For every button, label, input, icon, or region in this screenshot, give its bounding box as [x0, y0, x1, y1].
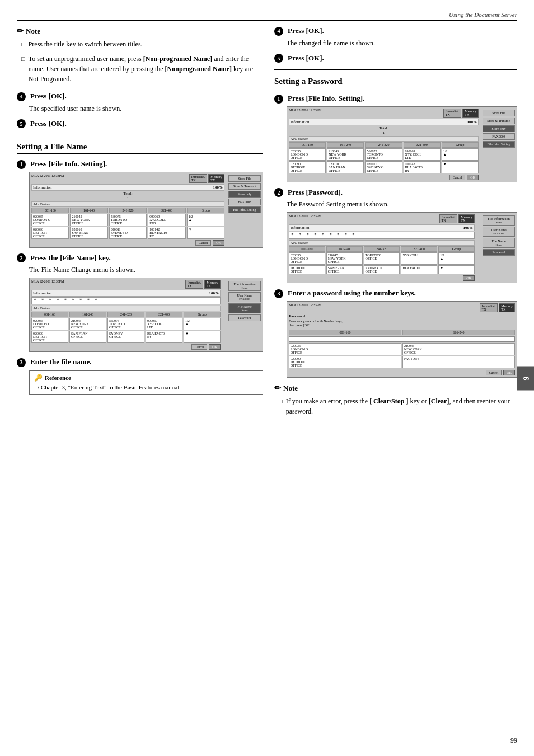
sc-fn-row1: 020035LONDON OOFFICE 210045NEW YORKOFFIC… [31, 318, 221, 330]
sc-cancel-btn-1[interactable]: Cancel [195, 240, 212, 246]
pw-left-area: 001-160 161-240 020035LONDON OOFFICE 210… [289, 330, 515, 369]
sc-fn-r2c3: SYDNEYOFFICE [107, 331, 144, 343]
sc-ok-r1[interactable]: OK [467, 175, 479, 180]
ref-title: 🔑 Reference [34, 374, 258, 382]
sc-col-1: 001-160 [31, 208, 69, 213]
asterisk-row-pw: * * * * * * * * * [289, 232, 475, 239]
sc-pwe-r1c2: 210045NEW YORKOFFICE [402, 343, 515, 355]
step5-right-label: 5 Press [OK]. [274, 54, 517, 63]
note-pencil-icon-right: ✏ [274, 383, 281, 393]
sc-ok-pwe[interactable]: OK [503, 370, 515, 375]
right-column: 4 Press [OK]. The changed file name is s… [274, 26, 517, 424]
reference-box: 🔑 Reference ⇒Chapter 3, "Entering Text" … [29, 370, 263, 395]
sc-header-pw: MLA 12-2001 12:33PM Immediat.TX MemoryTX [289, 214, 475, 223]
sc-cancel-fn[interactable]: Cancel [191, 344, 208, 350]
sc-headers-pwe: 001-160 161-240 [289, 330, 515, 335]
sc-ok-btn-1[interactable]: OK [213, 240, 224, 246]
sc-side-panel-1: Store File Store & Transmit Store only F… [228, 175, 261, 213]
sc-user-pw: User NameFAX0003 [483, 227, 515, 237]
step5-left: 5 Press [OK]. [17, 119, 263, 129]
sc-total-r1: Total:1 [289, 126, 479, 135]
page-container: Using the Document Server 6 ✏ Note Press… [0, 0, 534, 756]
sc-col-3: 241-320 [109, 208, 147, 213]
sc-immediat-pw: Immediat.TX [439, 214, 458, 223]
sc-headers-fn: 001-160 161-240 241-320 321-400 Group [31, 312, 221, 317]
sc-mla-label: MLA 12-2001 12:33PM [31, 174, 64, 177]
sc-store-transmit-btn[interactable]: Store & Transmit [228, 183, 261, 190]
sc-cancel-r1[interactable]: Cancel [449, 175, 466, 180]
sc-top-btns-pwe: Immediat.TX MemoryTX [480, 303, 515, 312]
sc-file-info-btn-1[interactable]: File Info. Setting [228, 206, 261, 213]
sc-r2c2: 020010SAN FRANOFFICE [70, 227, 107, 239]
step4-right: 4 Press [OK]. The changed file name is s… [274, 26, 517, 48]
sc-pwe-row1: 020035LONDON OOFFICE 210045NEW YORKOFFIC… [289, 343, 515, 355]
sc-r1-col4: 321-400 [404, 142, 441, 148]
sc-ok-pw[interactable]: OK [463, 275, 475, 281]
sc-pw-btn[interactable]: Password [483, 249, 515, 256]
sc-cancel-pwe[interactable]: Cancel [486, 370, 502, 375]
step1-pw-text: Press [File Info. Setting]. [288, 94, 364, 103]
sc-store-trans-r1[interactable]: Store & Transmit [483, 118, 515, 124]
sc-pw-col3: 241-320 [364, 246, 400, 252]
sc-headers-r1: 001-160 161-240 241-320 321-400 Group [289, 142, 479, 148]
sc-r2c4: 100142BLA FACT0RY [148, 227, 185, 239]
sc-r1-r2c5: ▼ [442, 161, 479, 173]
sc-pwe-col2: 161-240 [402, 330, 515, 335]
section-password: Setting a Password [274, 77, 517, 88]
sc-r1-r2c1: 020090DETROITOFFICE [289, 161, 326, 173]
note-box-right: ✏ Note If you make an error, press the [… [274, 383, 517, 416]
step4-right-text: Press [OK]. [288, 26, 324, 35]
sc-pwe-col1: 001-160 [289, 330, 401, 335]
sc-fi-none: File informationNone [228, 281, 261, 291]
step3-fn-label: 3 Enter the file name. [17, 358, 263, 367]
step3-fn-circle: 3 [17, 358, 26, 367]
sc-fn-r1c3: 560075TORONTOOFFICE [107, 318, 144, 330]
sc-immediat-r1: Immediat.TX [443, 109, 462, 118]
sc-store-file-r1[interactable]: Store File [483, 110, 515, 116]
sc-headers-pw: 001-160 161-240 241-320 321-400 Group [289, 246, 475, 252]
sc-bottom-pwe: Cancel OK [289, 370, 515, 375]
pw-input-field[interactable] [289, 336, 515, 342]
main-content: ✏ Note Press the title key to switch bet… [17, 26, 517, 424]
sc-header-pwe: MLA 12-2001 12:33PM Immediat.TX MemoryTX [289, 303, 515, 312]
step1-file-name-label: 1 Press [File Info. Setting]. [17, 159, 263, 169]
sc-r1-r1c1: 020035LONDON OOFFICE [289, 148, 326, 161]
note-pencil-icon: ✏ [17, 26, 24, 36]
sc-pwe-row2: 020090DETROITOFFICE FACTORY [289, 356, 515, 368]
sc-store-only-btn[interactable]: Store only [228, 191, 261, 198]
sc-pw-col2: 161-240 [326, 246, 363, 252]
step3-file-name: 3 Enter the file name. 🔑 Reference ⇒Chap… [17, 358, 263, 395]
sc-top-btns-r1: Immediat.TX MemoryTX [443, 109, 479, 118]
step2-fn-text: Press the [File Name] key. [30, 253, 111, 262]
sc-header-1: MLA 12-2001 12:33PM Immediat.TX MemoryTX [31, 174, 224, 183]
sc-r1-row2: 020090DETROITOFFICE 020010SAN FRANOFFICE… [289, 161, 479, 173]
sc-fn-r1c4: 090069XYZ COLLLTD [146, 318, 182, 330]
step1-pw-label: 1 Press [File Info. Setting]. [274, 94, 517, 104]
sc-pw-col1: 001-160 [289, 246, 325, 252]
sc-r2c3: 020011SYDNEY OOFFICE [109, 227, 147, 239]
sc-memory-pw: MemoryTX [458, 214, 475, 223]
sc-adv-pw: Adv. Feature [289, 240, 475, 246]
header-title: Using the Document Server [449, 11, 517, 18]
step4-right-desc: The changed file name is shown. [287, 38, 517, 48]
sc-file-info-r1[interactable]: File Info. Setting [483, 141, 515, 148]
header-bar: Using the Document Server [17, 11, 517, 21]
step5-label-left: 5 Press [OK]. [17, 119, 263, 129]
sc-col-2: 161-240 [70, 208, 107, 213]
sc-r2c5: ▼ [187, 227, 224, 239]
sc-pw-row1: 020035LONDON OOFFICE 210045NEW YORKOFFIC… [289, 252, 475, 265]
sc-col-4: 321-400 [148, 208, 185, 213]
divider-left-1 [17, 135, 263, 135]
divider-right-1 [274, 69, 517, 70]
sc-adv-fn: Adv. Feature [31, 306, 221, 311]
sc-store-only-r1[interactable]: Store only [483, 125, 515, 132]
step2-pw-text: Press [Password]. [288, 188, 343, 197]
sc-store-file-btn[interactable]: Store File [228, 175, 261, 182]
pw-instruction: Enter new password with Number keys,then… [289, 320, 515, 328]
sc-side-pw: File InformationNone User NameFAX0003 Fi… [483, 215, 515, 256]
sc-ok-fn[interactable]: OK [209, 344, 221, 350]
step1-fn-text: Press [File Info. Setting]. [30, 159, 107, 168]
sc-fax0003-btn: FAX0003 [228, 199, 261, 205]
sc-r1c5: 1/2▲ [187, 214, 224, 226]
sc-file-name-btn[interactable]: File NameNone [228, 303, 261, 313]
